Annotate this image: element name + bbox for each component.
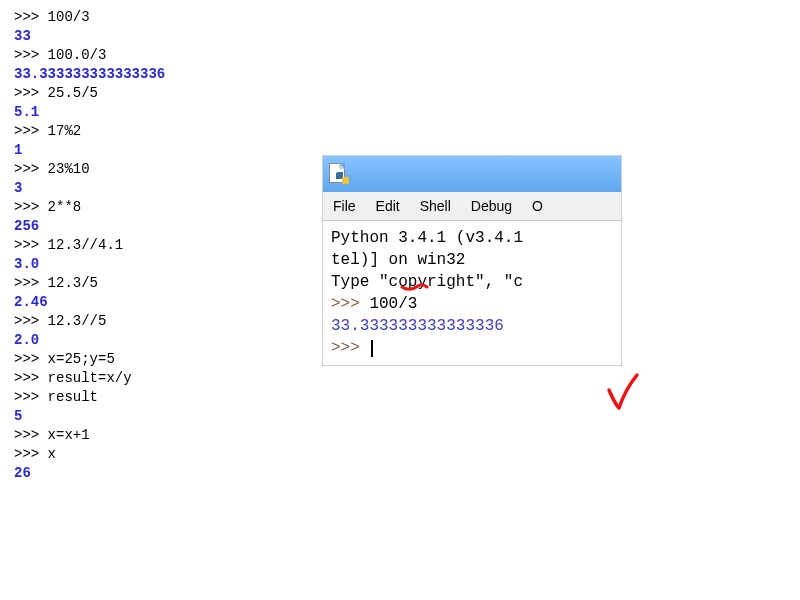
repl-output: 5 [14, 407, 165, 426]
input-code: 25.5/5 [48, 85, 98, 101]
repl-line: >>> 2**8 [14, 198, 165, 217]
repl-current-line[interactable]: >>> [331, 337, 613, 359]
repl-line: >>> 100/3 [14, 8, 165, 27]
input-code: 12.3//5 [48, 313, 107, 329]
menu-edit[interactable]: Edit [366, 196, 410, 216]
prompt: >>> [331, 295, 369, 313]
menubar: File Edit Shell Debug O [323, 192, 621, 221]
idle-window: File Edit Shell Debug O Python 3.4.1 (v3… [322, 155, 622, 366]
repl-line: >>> 12.3/5 [14, 274, 165, 293]
startup-line: Python 3.4.1 (v3.4.1 [331, 227, 613, 249]
repl-output: 2.0 [14, 331, 165, 350]
prompt: >>> [14, 123, 48, 139]
menu-file[interactable]: File [323, 196, 366, 216]
prompt: >>> [14, 237, 48, 253]
repl-output: 33.333333333333336 [331, 315, 613, 337]
input-code: result=x/y [48, 370, 132, 386]
input-code: x=x+1 [48, 427, 90, 443]
repl-output: 33.333333333333336 [14, 65, 165, 84]
menu-debug[interactable]: Debug [461, 196, 522, 216]
repl-output: 1 [14, 141, 165, 160]
repl-line: >>> x=x+1 [14, 426, 165, 445]
repl-line: >>> 25.5/5 [14, 84, 165, 103]
prompt: >>> [331, 339, 360, 357]
repl-output: 256 [14, 217, 165, 236]
repl-output: 2.46 [14, 293, 165, 312]
prompt: >>> [14, 351, 48, 367]
repl-line: >>> 100/3 [331, 293, 613, 315]
repl-line: >>> 100.0/3 [14, 46, 165, 65]
repl-output: 3.0 [14, 255, 165, 274]
idle-shell-body[interactable]: Python 3.4.1 (v3.4.1 tel)] on win32 Type… [323, 221, 621, 365]
repl-output: 5.1 [14, 103, 165, 122]
prompt: >>> [14, 389, 48, 405]
input-code: x [48, 446, 56, 462]
prompt: >>> [14, 446, 48, 462]
repl-line: >>> 12.3//5 [14, 312, 165, 331]
prompt: >>> [14, 47, 48, 63]
annotation-checkmark-icon [605, 372, 641, 418]
input-code: 100/3 [48, 9, 90, 25]
repl-line: >>> 12.3//4.1 [14, 236, 165, 255]
repl-line: >>> 23%10 [14, 160, 165, 179]
left-shell-transcript: >>> 100/3 33 >>> 100.0/3 33.333333333333… [14, 8, 165, 483]
repl-output: 33 [14, 27, 165, 46]
menu-options-cut[interactable]: O [522, 196, 553, 216]
prompt: >>> [14, 199, 48, 215]
repl-output: 26 [14, 464, 165, 483]
input-code: x=25;y=5 [48, 351, 115, 367]
input-code: 17%2 [48, 123, 82, 139]
prompt: >>> [14, 313, 48, 329]
menu-shell[interactable]: Shell [410, 196, 461, 216]
prompt: >>> [14, 161, 48, 177]
repl-line: >>> x=25;y=5 [14, 350, 165, 369]
repl-line: >>> 17%2 [14, 122, 165, 141]
repl-output: 3 [14, 179, 165, 198]
python-idle-icon [329, 163, 349, 185]
startup-line: Type "copyright", "c [331, 271, 613, 293]
prompt: >>> [14, 9, 48, 25]
prompt: >>> [14, 275, 48, 291]
input-code: 100/3 [369, 295, 417, 313]
prompt: >>> [14, 427, 48, 443]
input-code: 100.0/3 [48, 47, 107, 63]
input-code: 23%10 [48, 161, 90, 177]
input-code: 12.3//4.1 [48, 237, 124, 253]
repl-line: >>> result [14, 388, 165, 407]
input-code: result [48, 389, 98, 405]
prompt: >>> [14, 370, 48, 386]
idle-titlebar[interactable] [323, 156, 621, 192]
repl-line: >>> x [14, 445, 165, 464]
input-code: 12.3/5 [48, 275, 98, 291]
startup-line: tel)] on win32 [331, 249, 613, 271]
repl-line: >>> result=x/y [14, 369, 165, 388]
text-cursor [371, 340, 373, 357]
input-code: 2**8 [48, 199, 82, 215]
prompt: >>> [14, 85, 48, 101]
